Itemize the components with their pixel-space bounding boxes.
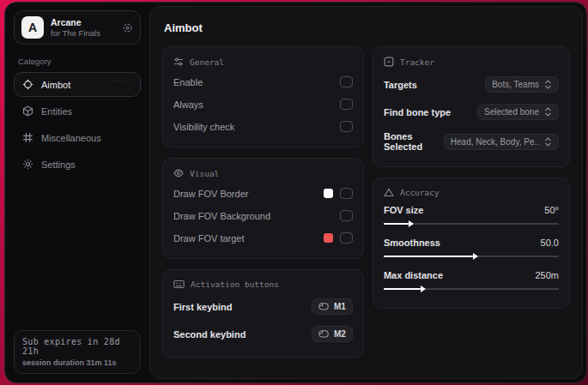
setting-label: Draw FOV Border [173,189,248,199]
mouse-icon [318,303,329,310]
draw-fov-background-checkbox[interactable] [340,210,353,221]
sidebar-item-label: Settings [41,159,76,170]
setting-row: Always [173,93,353,115]
enable-checkbox[interactable] [340,76,353,87]
setting-label: Visibility check [173,122,234,132]
slider-thumb[interactable] [473,253,478,260]
setting-row: Draw FOV Background [173,204,353,226]
setting-label: Second keybind [173,329,246,340]
fov-border-color-swatch[interactable] [324,189,333,198]
main-panel: Aimbot General Enable [149,6,583,379]
section-title: Activation buttons [191,280,279,289]
chevron-up-down-icon [544,137,552,147]
app-logo: A [21,16,44,39]
subscription-card: Sub expires in 28d 21h session duration … [14,330,141,374]
setting-row: Enable [173,70,353,93]
sidebar-item-label: Miscellaneous [41,133,101,143]
sidebar-item-aimbot[interactable]: Aimbot [14,72,141,97]
activation-buttons-card: Activation buttons First keybind M1 [162,269,364,358]
tracker-card: Tracker Targets Bots, Teams [373,46,570,167]
setting-row: Visibility check [173,115,353,137]
slider-thumb[interactable] [421,286,426,292]
chevron-up-down-icon [544,80,552,89]
setting-row: Bones Selected Head, Neck, Body, Pe.. [384,125,559,157]
app-subtitle: for The Finals [51,28,100,39]
sidebar-item-miscellaneous[interactable]: Miscellaneous [14,125,141,150]
find-bone-type-dropdown[interactable]: Selected bone [477,104,559,120]
dropdown-value: Selected bone [484,107,539,117]
app-window: A Arcane for The Finals Category [4,2,587,383]
visibility-check-checkbox[interactable] [340,121,353,132]
setting-label: FOV size [384,205,423,215]
max-distance-slider[interactable] [384,288,559,290]
slider-row: Smoothness 50.0 [384,233,559,266]
left-column: General Enable Always Visibility check [162,46,364,358]
eye-icon [173,168,184,178]
slider-value: 50° [544,205,559,215]
tracker-icon [384,57,394,67]
always-checkbox[interactable] [340,99,353,110]
general-card: General Enable Always Visibility check [162,46,364,147]
sliders-icon [173,57,184,67]
slider-row: FOV size 50° [384,201,559,233]
keybind-hint [109,81,131,90]
entities-icon [22,105,33,117]
setting-row: Find bone type Selected bone [384,98,559,125]
setting-row: First keybind M1 [173,292,353,320]
sidebar-item-entities[interactable]: Entities [14,99,141,123]
setting-label: Max distance [384,270,443,280]
bones-selected-dropdown[interactable]: Head, Neck, Body, Pe.. [444,134,559,150]
session-duration-text: session duration 31m 11s [22,358,132,367]
setting-label: Targets [384,80,417,90]
accuracy-card: Accuracy FOV size 50° Smoothness [373,177,570,309]
second-keybind-button[interactable]: M2 [312,326,353,342]
keyboard-icon [173,280,185,289]
setting-label: First keybind [173,302,232,312]
setting-row: Targets Bots, Teams [384,70,559,98]
section-title: Accuracy [400,188,439,197]
gear-icon [22,159,33,170]
fov-size-slider[interactable] [384,223,559,225]
draw-fov-target-checkbox[interactable] [340,232,353,244]
section-title: Visual [190,169,219,178]
setting-label: Enable [173,77,203,87]
keybind-value: M1 [334,302,346,311]
sub-expiry-text: Sub expires in 28d 21h [22,337,132,356]
sidebar-item-settings[interactable]: Settings [14,152,141,177]
right-column: Tracker Targets Bots, Teams [373,46,570,309]
slider-thumb[interactable] [409,220,414,227]
section-title: Tracker [400,57,434,67]
sidebar-item-label: Entities [41,106,72,117]
sidebar: A Arcane for The Finals Category [5,3,149,382]
triangle-icon [384,188,394,197]
setting-label: Draw FOV Background [173,211,270,221]
setting-label: Find bone type [384,107,451,117]
slider-value: 50.0 [541,238,559,248]
dropdown-value: Head, Neck, Body, Pe.. [451,137,539,147]
fov-target-color-swatch[interactable] [324,233,333,243]
slider-row: Max distance 250m [384,266,559,298]
setting-label: Smoothness [384,238,440,248]
draw-fov-border-checkbox[interactable] [340,188,353,199]
grid-icon [22,132,33,143]
sidebar-nav: Aimbot Entities Miscellaneous [14,72,141,177]
page-title: Aimbot [164,21,568,34]
setting-row: Draw FOV target [173,226,353,249]
mouse-icon [318,330,329,338]
category-label: Category [18,57,136,66]
setting-label: Draw FOV target [173,233,245,244]
refresh-icon[interactable] [122,22,133,33]
setting-label: Always [173,99,203,110]
targets-dropdown[interactable]: Bots, Teams [485,76,559,93]
visual-card: Visual Draw FOV Border Draw FOV Backgrou… [162,158,364,259]
chevron-up-down-icon [544,107,552,117]
keybind-value: M2 [334,329,346,339]
slider-value: 250m [535,270,559,280]
first-keybind-button[interactable]: M1 [312,298,353,315]
setting-label: Bones Selected [384,131,444,152]
dropdown-value: Bots, Teams [492,80,539,89]
app-name: Arcane [51,17,100,28]
sidebar-item-label: Aimbot [41,80,70,90]
setting-row: Draw FOV Border [173,182,353,204]
smoothness-slider[interactable] [384,256,559,257]
